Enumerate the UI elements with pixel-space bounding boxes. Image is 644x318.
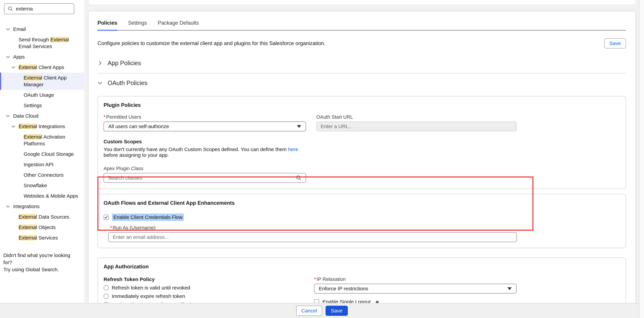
- apex-class-search-input[interactable]: [108, 175, 282, 181]
- required-asterisk: *: [110, 225, 112, 231]
- scrollbar[interactable]: [639, 0, 644, 318]
- sidebar-item-apps[interactable]: Apps: [0, 52, 84, 62]
- nav-label: External Data Sources: [18, 213, 69, 220]
- define-scopes-link[interactable]: here: [288, 147, 298, 152]
- permitted-users-label: * Permitted Users: [104, 114, 306, 120]
- sidebar-item-send-through-external-email-services[interactable]: Send through External Email Services: [0, 35, 84, 52]
- setup-sidebar: Email Send through External Email Servic…: [0, 0, 84, 318]
- sidebar-item-email[interactable]: Email: [0, 24, 84, 35]
- plugin-policies-card: Plugin Policies * Permitted Users All us…: [98, 96, 626, 189]
- chevron-down-icon: [98, 81, 102, 86]
- chevron-down-icon: [6, 55, 10, 59]
- sidebar-item-websites-mobile-apps[interactable]: Websites & Mobile Apps: [0, 191, 84, 201]
- custom-scopes-text: You don't currently have any OAuth Custo…: [104, 147, 306, 158]
- sidebar-item-external-client-app-manager[interactable]: External Client App Manager: [0, 73, 84, 90]
- main-panel: Policies Settings Package Defaults Confi…: [88, 11, 636, 318]
- chevron-down-icon: [11, 65, 16, 70]
- chevron-down-icon: [6, 114, 10, 118]
- nav-label: External Client Apps: [18, 64, 64, 71]
- enable-ccf-label[interactable]: Enable Client Credentials Flow: [112, 213, 184, 221]
- scopes-text-before: You don't currently have any OAuth Custo…: [104, 147, 288, 152]
- nav-label: External Services: [18, 234, 58, 241]
- sidebar-item-google-cloud-storage[interactable]: Google Cloud Storage: [0, 149, 84, 159]
- refresh-token-policy-label: Refresh Token Policy: [104, 276, 306, 282]
- chevron-down-icon: [6, 27, 10, 31]
- sidebar-item-external-activation-platforms[interactable]: External Activation Platforms: [0, 132, 84, 149]
- card-title: Plugin Policies: [104, 102, 620, 108]
- sidebar-item-external-data-sources[interactable]: External Data Sources: [0, 212, 84, 222]
- search-icon: [8, 6, 13, 12]
- apex-plugin-class-label: Apex Plugin Class: [104, 166, 306, 171]
- sidebar-item-oauth-usage[interactable]: OAuth Usage: [0, 90, 84, 100]
- page-description: Configure policies to customize the exte…: [98, 40, 325, 47]
- selected-value: All users can self-authorize: [108, 124, 169, 129]
- apex-class-search: [104, 173, 306, 183]
- custom-scopes-title: Custom Scopes: [104, 139, 306, 144]
- dropdown-arrow-icon: [297, 125, 301, 128]
- permitted-users-select[interactable]: All users can self-authorize: [104, 122, 306, 131]
- global-search-hint: Didn't find what you're looking for? Try…: [3, 252, 80, 273]
- tab-policies[interactable]: Policies: [98, 20, 117, 30]
- sidebar-item-ingestion-api[interactable]: Ingestion API: [0, 159, 84, 170]
- card-title: OAuth Flows and External Client App Enha…: [104, 200, 620, 206]
- quick-find-search[interactable]: [4, 3, 74, 14]
- search-icon: [296, 175, 302, 181]
- selected-value: Enforce IP restrictions: [319, 286, 368, 291]
- setup-nav-tree: Email Send through External Email Servic…: [0, 24, 84, 243]
- chevron-right-icon: [98, 61, 102, 66]
- section-oauth-policies[interactable]: OAuth Policies: [98, 80, 626, 87]
- nav-label: Data Cloud: [13, 113, 38, 119]
- sidebar-item-snowflake[interactable]: Snowflake: [0, 180, 84, 191]
- nav-label: Apps: [13, 54, 25, 60]
- docked-footer: Cancel Save: [0, 303, 644, 318]
- nav-label: External Objects: [18, 224, 56, 231]
- radio-label: Refresh token is valid until revoked: [112, 285, 190, 291]
- sidebar-item-external-client-apps[interactable]: External Client Apps: [0, 62, 84, 73]
- scopes-text-after: before assigning to your app.: [104, 152, 169, 158]
- oauth-start-url-input: [321, 124, 493, 129]
- section-label: App Policies: [108, 60, 141, 67]
- enable-ccf-checkbox[interactable]: [104, 215, 109, 220]
- tab-bar: Policies Settings Package Defaults: [98, 11, 626, 31]
- oauth-start-url-label: OAuth Start URL: [316, 114, 517, 120]
- section-app-policies[interactable]: App Policies: [98, 60, 626, 67]
- nav-label: Websites & Mobile Apps: [24, 193, 78, 199]
- save-button[interactable]: Save: [326, 306, 348, 316]
- required-asterisk: *: [104, 114, 106, 120]
- nav-label: Send through External Email Services: [18, 36, 82, 50]
- run-as-label: * Run As (Username): [110, 225, 620, 231]
- sidebar-item-data-cloud[interactable]: Data Cloud: [0, 111, 84, 121]
- card-title: App Authorization: [104, 264, 620, 270]
- chevron-down-icon: [6, 204, 10, 209]
- nav-label: Email: [13, 26, 26, 33]
- sidebar-item-external-integrations[interactable]: External Integrations: [0, 121, 84, 132]
- section-divider: [98, 73, 626, 73]
- tab-package-defaults[interactable]: Package Defaults: [158, 20, 199, 30]
- sidebar-item-other-connectors[interactable]: Other Connectors: [0, 170, 84, 180]
- sidebar-item-integrations[interactable]: Integrations: [0, 201, 84, 212]
- radio-icon: [104, 294, 109, 299]
- radio-label: Immediately expire refresh token: [112, 293, 185, 299]
- radio-icon: [104, 285, 109, 290]
- dropdown-arrow-icon: [507, 287, 512, 290]
- tab-settings[interactable]: Settings: [128, 20, 147, 30]
- search-input[interactable]: [16, 6, 66, 12]
- nav-label: External Integrations: [18, 123, 65, 130]
- nav-label: External Client App Manager: [24, 75, 82, 88]
- radio-valid-until-revoked[interactable]: Refresh token is valid until revoked: [104, 285, 306, 291]
- save-button-top[interactable]: Save: [604, 38, 626, 49]
- oauth-flows-card: OAuth Flows and External Client App Enha…: [98, 194, 626, 248]
- header-card-cutoff: [88, 0, 636, 5]
- run-as-field: [108, 232, 517, 242]
- nav-label: Other Connectors: [24, 172, 64, 178]
- oauth-start-url-field: [316, 122, 517, 131]
- sidebar-item-external-objects[interactable]: External Objects: [0, 222, 84, 233]
- ip-relaxation-label: * IP Relaxation: [314, 276, 516, 282]
- ip-relaxation-select[interactable]: Enforce IP restrictions: [314, 284, 516, 293]
- run-as-input[interactable]: [113, 234, 472, 240]
- sidebar-item-external-services[interactable]: External Services: [0, 233, 84, 243]
- cancel-button[interactable]: Cancel: [296, 306, 322, 316]
- radio-immediately-expire[interactable]: Immediately expire refresh token: [104, 293, 306, 299]
- sidebar-item-settings[interactable]: Settings: [0, 100, 84, 111]
- section-label: OAuth Policies: [108, 80, 148, 87]
